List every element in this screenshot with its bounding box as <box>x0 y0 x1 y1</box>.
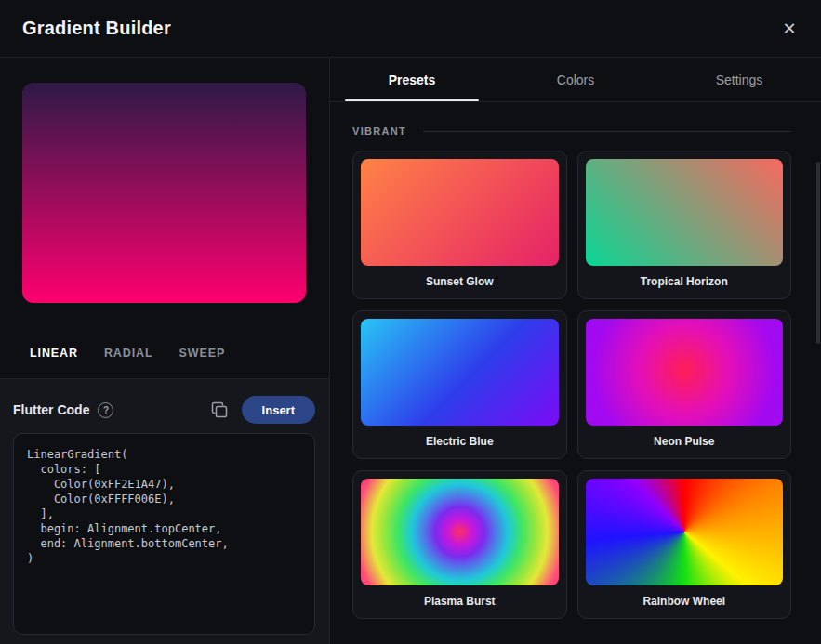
preset-name: Sunset Glow <box>361 275 559 288</box>
flutter-code-section: Flutter Code ? Insert LinearGradient( co… <box>0 379 329 644</box>
preset-name: Electric Blue <box>361 435 559 448</box>
copy-code-button[interactable] <box>210 401 229 419</box>
gradient-preview <box>22 83 306 303</box>
presets-content: VIBRANT Sunset Glow Tropical Horizon Ele… <box>330 102 821 619</box>
preset-swatch <box>586 479 784 585</box>
section-divider <box>423 131 791 132</box>
preset-name: Plasma Burst <box>361 595 559 608</box>
tab-sweep[interactable]: SWEEP <box>179 347 226 360</box>
tab-settings[interactable]: Settings <box>657 58 821 101</box>
tab-linear[interactable]: LINEAR <box>30 347 78 360</box>
close-button[interactable]: ✕ <box>776 16 802 42</box>
scrollbar-thumb[interactable] <box>816 162 820 344</box>
preset-card-electric-blue[interactable]: Electric Blue <box>352 310 567 459</box>
preset-name: Rainbow Wheel <box>586 595 784 608</box>
preset-grid: Sunset Glow Tropical Horizon Electric Bl… <box>352 151 791 619</box>
right-panel: Presets Colors Settings VIBRANT Sunset G… <box>330 58 821 644</box>
insert-button[interactable]: Insert <box>242 396 315 424</box>
tab-colors[interactable]: Colors <box>494 58 657 101</box>
preset-swatch <box>586 159 784 266</box>
preset-swatch <box>361 479 559 585</box>
section-header: VIBRANT <box>352 125 791 137</box>
preset-card-tropical-horizon[interactable]: Tropical Horizon <box>577 151 792 299</box>
preset-swatch <box>361 159 559 266</box>
dialog-body: LINEAR RADIAL SWEEP Flutter Code ? In <box>0 58 821 644</box>
gradient-type-tabs: LINEAR RADIAL SWEEP <box>0 327 329 379</box>
panel-tabs: Presets Colors Settings <box>330 58 821 102</box>
preset-card-neon-pulse[interactable]: Neon Pulse <box>577 310 792 459</box>
tab-radial[interactable]: RADIAL <box>104 347 153 360</box>
preset-card-rainbow-wheel[interactable]: Rainbow Wheel <box>577 470 792 619</box>
code-block[interactable]: LinearGradient( colors: [ Color(0xFF2E1A… <box>13 433 315 635</box>
copy-icon <box>210 401 229 419</box>
preset-card-plasma-burst[interactable]: Plasma Burst <box>352 470 567 619</box>
preset-card-sunset-glow[interactable]: Sunset Glow <box>352 151 567 299</box>
section-title: VIBRANT <box>352 125 406 137</box>
left-panel: LINEAR RADIAL SWEEP Flutter Code ? In <box>0 58 330 644</box>
preset-name: Tropical Horizon <box>586 275 784 288</box>
tab-presets[interactable]: Presets <box>330 58 494 101</box>
help-icon[interactable]: ? <box>98 402 113 418</box>
close-icon: ✕ <box>782 19 796 39</box>
code-section-title: Flutter Code <box>13 402 89 417</box>
code-actions: Insert <box>210 396 315 424</box>
preset-name: Neon Pulse <box>586 435 784 448</box>
preset-swatch <box>586 319 784 426</box>
gradient-preview-area <box>0 58 329 327</box>
code-text: LinearGradient( colors: [ Color(0xFF2E1A… <box>27 447 301 566</box>
dialog-header: Gradient Builder ✕ <box>0 0 821 58</box>
code-header: Flutter Code ? Insert <box>13 396 315 424</box>
dialog-title: Gradient Builder <box>22 18 171 39</box>
preset-swatch <box>361 319 559 426</box>
help-glyph: ? <box>103 405 109 415</box>
